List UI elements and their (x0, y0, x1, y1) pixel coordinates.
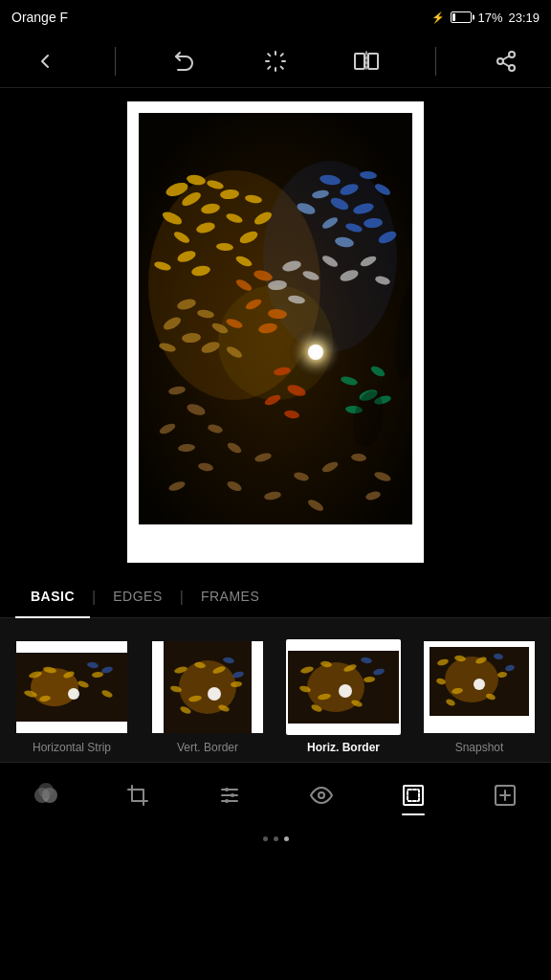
svg-point-21 (308, 345, 323, 360)
filter-label-snapshot: Snapshot (455, 741, 504, 754)
nav-heal-button[interactable] (481, 771, 529, 819)
battery-icon (451, 11, 472, 23)
nav-crop-button[interactable] (114, 771, 162, 819)
svg-rect-104 (16, 641, 127, 653)
svg-point-170 (225, 799, 229, 803)
svg-line-15 (502, 56, 509, 59)
filter-thumb-snapshot (422, 639, 537, 735)
filter-thumb-vert-border (150, 639, 265, 735)
filter-item-snapshot[interactable]: Snapshot (415, 639, 543, 754)
toolbar-separator-1 (115, 47, 116, 76)
lightning-icon: ⚡ (431, 11, 445, 24)
nav-adjustments-button[interactable] (206, 771, 253, 819)
svg-line-7 (281, 54, 283, 56)
svg-point-122 (208, 687, 221, 701)
svg-point-136 (339, 684, 352, 698)
svg-point-168 (225, 788, 229, 791)
toolbar (0, 34, 551, 88)
filter-item-horiz-border[interactable]: Horiz. Border (279, 639, 408, 754)
filter-label-vert-border: Vert. Border (177, 741, 238, 754)
svg-point-171 (319, 792, 324, 798)
filter-item-vert-border[interactable]: Vert. Border (143, 639, 272, 754)
svg-point-107 (68, 688, 79, 700)
svg-rect-8 (355, 54, 364, 69)
status-right: ⚡ 17% 23:19 (431, 11, 540, 25)
status-bar: Orange F ⚡ 17% 23:19 (0, 0, 551, 34)
filter-label-horizontal-strip: Horizontal Strip (33, 741, 111, 754)
svg-rect-9 (368, 54, 378, 69)
nav-details-button[interactable] (298, 771, 345, 819)
filter-options: Horizontal Strip (0, 618, 551, 762)
bottom-nav (0, 762, 551, 827)
filter-item-horizontal-strip[interactable]: Horizontal Strip (8, 639, 136, 754)
toolbar-separator-2 (435, 47, 436, 76)
svg-point-169 (231, 793, 234, 797)
tab-separator-2: | (180, 589, 184, 606)
tab-edges[interactable]: EDGES (98, 576, 178, 618)
svg-rect-105 (16, 722, 127, 733)
time-label: 23:19 (508, 11, 540, 25)
svg-point-121 (179, 660, 236, 714)
svg-rect-119 (152, 641, 164, 733)
tab-separator-1: | (92, 589, 96, 606)
svg-line-6 (268, 66, 270, 68)
svg-line-2 (268, 54, 270, 56)
nav-frames-button[interactable] (389, 771, 437, 819)
compare-button[interactable] (345, 40, 387, 82)
nav-colors-button[interactable] (22, 771, 70, 819)
svg-line-14 (502, 62, 509, 66)
butterfly-image (139, 113, 412, 524)
svg-rect-120 (252, 641, 263, 733)
filter-thumb-horizontal-strip (14, 639, 129, 735)
battery-pct: 17% (477, 11, 502, 25)
filter-label-horiz-border: Horiz. Border (307, 741, 380, 754)
dot-1 (263, 836, 268, 841)
svg-rect-173 (408, 790, 419, 801)
photo-frame (127, 101, 424, 563)
tab-basic[interactable]: BASIC (15, 576, 90, 618)
photo-inner (139, 113, 412, 524)
share-button[interactable] (485, 40, 527, 82)
magic-button[interactable] (254, 40, 297, 82)
dots-row (0, 827, 551, 850)
back-button[interactable] (24, 40, 66, 82)
svg-line-3 (281, 66, 283, 68)
filter-thumb-horiz-border (286, 639, 401, 735)
dot-2 (274, 836, 278, 841)
dot-3 (284, 836, 289, 841)
svg-point-164 (38, 783, 54, 798)
undo-button[interactable] (164, 40, 206, 82)
canvas-area (0, 88, 551, 576)
svg-rect-149 (430, 716, 529, 733)
svg-point-151 (474, 679, 485, 690)
filter-tabs: BASIC | EDGES | FRAMES (0, 576, 551, 618)
carrier-label: Orange F (11, 10, 68, 25)
tab-frames[interactable]: FRAMES (186, 576, 275, 618)
